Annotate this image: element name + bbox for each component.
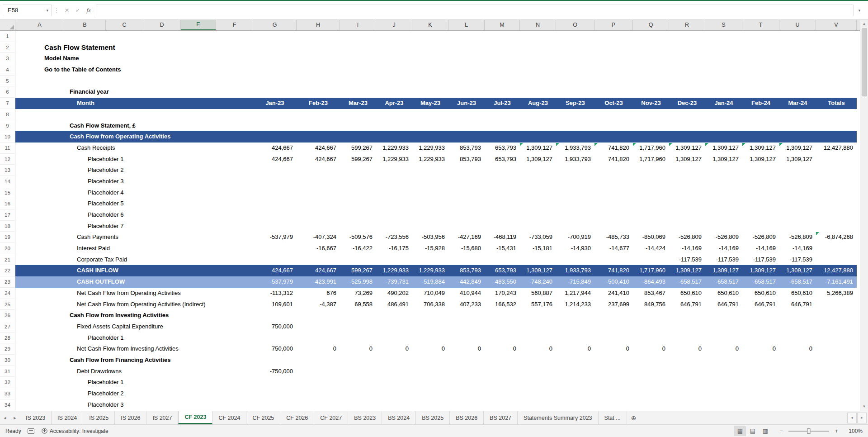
cell-T12[interactable]: 1,309,127 [742,154,779,165]
row-number-27[interactable]: 27 [0,321,15,332]
insert-function-icon[interactable]: fx [83,7,94,14]
tab-scroll-right-icon[interactable]: ► [10,411,20,424]
cell-L24[interactable]: 410,944 [448,288,485,299]
row-number-28[interactable]: 28 [0,332,15,344]
row-label-17[interactable]: Placeholder 6 [15,209,253,221]
cell-U20[interactable]: -14,169 [779,243,816,254]
sheet-tab-cf-2027[interactable]: CF 2027 [314,411,348,424]
cell-V11[interactable]: 12,427,880 [816,142,857,154]
row-number-12[interactable]: 12 [0,154,15,165]
cell-N25[interactable]: 557,176 [520,299,556,310]
cell-R31[interactable] [669,366,705,377]
name-box-dropdown-icon[interactable]: ▾ [43,8,51,13]
row-label-24[interactable]: Net Cash Flow from Operating Activities [15,288,253,299]
row-label-21[interactable]: Corporate Tax Paid [15,254,253,266]
cell-U21[interactable]: -117,539 [779,254,816,266]
row-number-9[interactable]: 9 [0,120,15,132]
vertical-scrollbar-thumb[interactable] [862,28,867,96]
cell-S23[interactable]: -658,517 [705,276,742,288]
row-number-8[interactable]: 8 [0,109,15,120]
zoom-in-icon[interactable]: + [833,428,840,434]
cell-H31[interactable] [297,366,340,377]
cell-G12[interactable]: 424,667 [253,154,297,165]
cell-G23[interactable]: -537,979 [253,276,297,288]
cell-J19[interactable]: -723,556 [376,232,412,243]
cell-R20[interactable]: -14,169 [669,243,705,254]
cell-G21[interactable] [253,254,297,266]
cell-U22[interactable]: 1,309,127 [779,265,816,276]
row-number-23[interactable]: 23 [0,276,15,288]
row-number-30[interactable]: 30 [0,355,15,366]
cell-M25[interactable]: 166,532 [485,299,520,310]
row-number-15[interactable]: 15 [0,187,15,199]
cell-S22[interactable]: 1,309,127 [705,265,742,276]
cell-K12[interactable]: 1,229,933 [412,154,448,165]
cell-U29[interactable]: 0 [779,343,816,355]
row-number-29[interactable]: 29 [0,343,15,355]
cell-I19[interactable]: -509,576 [340,232,376,243]
cell-U24[interactable]: 650,610 [779,288,816,299]
cell-U19[interactable]: -526,809 [779,232,816,243]
cell-I11[interactable]: 599,267 [340,142,376,154]
cell-V31[interactable] [816,366,857,377]
cell-U11[interactable]: 1,309,127 [779,142,816,154]
cell-T27[interactable] [742,321,779,332]
cell-L20[interactable]: -15,680 [448,243,485,254]
cancel-icon[interactable]: ✕ [61,7,72,14]
row-label-26[interactable]: Cash Flow from Investing Activities [15,310,253,321]
cell-O29[interactable]: 0 [556,343,594,355]
column-header-M[interactable]: M [485,20,520,30]
cell-S20[interactable]: -14,169 [705,243,742,254]
cell-U23[interactable]: -658,517 [779,276,816,288]
tab-scroll-left-icon[interactable]: ◄ [0,411,10,424]
column-header-L[interactable]: L [448,20,485,30]
cell-N27[interactable] [520,321,556,332]
cell-J7[interactable]: Apr-23 [376,98,412,109]
cell-J22[interactable]: 1,229,933 [376,265,412,276]
row-label-27[interactable]: Fixed Assets Capital Expenditure [15,321,253,332]
cell-G27[interactable]: 750,000 [253,321,297,332]
cell-I29[interactable]: 0 [340,343,376,355]
cell-L12[interactable]: 853,793 [448,154,485,165]
cell-K7[interactable]: May-23 [412,98,448,109]
row-number-13[interactable]: 13 [0,165,15,176]
row-label-25[interactable]: Net Cash Flow from Operating Activities … [15,299,253,310]
cell-M29[interactable]: 0 [485,343,520,355]
cell-M11[interactable]: 653,793 [485,142,520,154]
cell-T24[interactable]: 650,610 [742,288,779,299]
scroll-down-icon[interactable]: ▼ [860,403,868,411]
row-number-34[interactable]: 34 [0,399,15,411]
cell-O11[interactable]: 1,933,793 [556,142,594,154]
cell-K11[interactable]: 1,229,933 [412,142,448,154]
row-label-9[interactable]: Cash Flow Statement, £ [15,120,253,132]
cell-P27[interactable] [594,321,633,332]
sheet-tab-cf-2026[interactable]: CF 2026 [280,411,314,424]
row-number-10[interactable]: 10 [0,131,15,142]
view-normal-icon[interactable]: ▦ [734,426,746,436]
sheet-tab-is-2027[interactable]: IS 2027 [146,411,178,424]
row-label-23[interactable]: CASH OUTFLOW [15,276,253,288]
cell-Q22[interactable]: 1,717,960 [633,265,669,276]
cell-H22[interactable]: 424,667 [297,265,340,276]
cell-V27[interactable] [816,321,857,332]
cell-I23[interactable]: -525,998 [340,276,376,288]
cell-M22[interactable]: 653,793 [485,265,520,276]
cell-H11[interactable]: 424,667 [297,142,340,154]
column-header-I[interactable]: I [340,20,376,30]
row-number-14[interactable]: 14 [0,176,15,187]
cell-T31[interactable] [742,366,779,377]
column-header-S[interactable]: S [705,20,742,30]
cell-I24[interactable]: 73,269 [340,288,376,299]
row-number-3[interactable]: 3 [0,53,15,64]
cell-P23[interactable]: -500,410 [594,276,633,288]
cell-J21[interactable] [376,254,412,266]
cell-Q25[interactable]: 849,756 [633,299,669,310]
cell-V23[interactable]: -7,161,491 [816,276,857,288]
cell-I20[interactable]: -16,422 [340,243,376,254]
cell-L25[interactable]: 407,233 [448,299,485,310]
cell-J12[interactable]: 1,229,933 [376,154,412,165]
cell-R11[interactable]: 1,309,127 [669,142,705,154]
cell-J29[interactable]: 0 [376,343,412,355]
sheet-tab-is-2025[interactable]: IS 2025 [83,411,115,424]
vertical-scrollbar[interactable]: ▲ ▼ [860,20,868,411]
